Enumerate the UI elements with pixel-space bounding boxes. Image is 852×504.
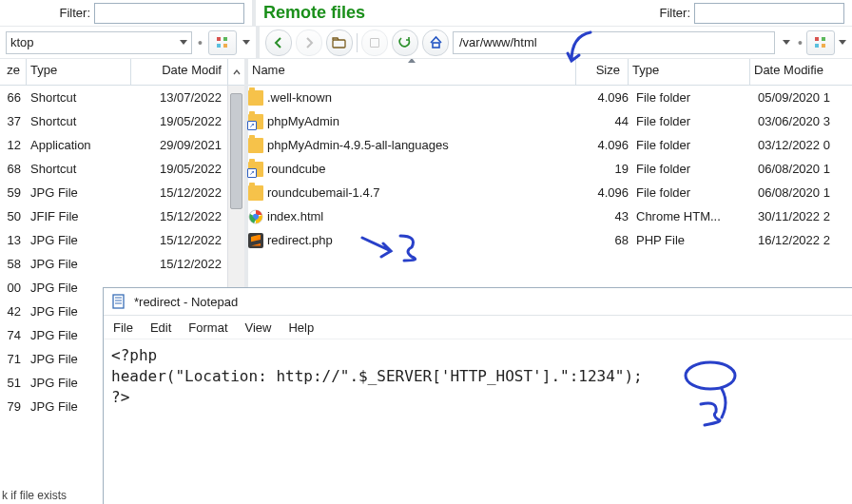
col-date[interactable]: Date Modif [131,59,227,85]
home-icon [429,35,443,49]
filter-label: Filter: [60,6,91,20]
svg-rect-3 [223,44,227,48]
table-row[interactable]: 58JPG File15/12/2022 [0,252,227,276]
remote-toolbar: /var/www/html • [260,27,852,59]
svg-rect-0 [217,37,221,41]
sort-asc-icon [408,59,416,63]
refresh-icon [397,35,413,50]
stop-button[interactable] [361,29,388,56]
notepad-titlebar[interactable]: *redirect - Notepad [104,288,852,316]
table-row[interactable]: 37Shortcut19/05/2022 [0,109,227,133]
svg-rect-4 [333,40,345,48]
table-row[interactable]: phpMyAdmin-4.9.5-all-languages4.096File … [248,133,852,157]
notepad-window: *redirect - Notepad FileEditFormatViewHe… [103,287,852,504]
menu-view[interactable]: View [245,320,272,335]
forward-button[interactable] [296,29,322,56]
local-path-text: ktop [10,35,34,49]
col-size[interactable]: Size [576,59,629,85]
chevron-down-icon [242,40,250,45]
status-text: k if file exists [2,489,67,502]
local-filter-bar: Filter: [0,0,256,27]
svg-rect-9 [822,44,825,48]
table-row[interactable]: ↗roundcube19File folder06/08/2020 1 [248,157,852,181]
table-row[interactable]: 59JPG File15/12/2022 [0,181,227,204]
col-name[interactable]: Name [248,59,576,85]
folder-shortcut-icon: ↗ [248,162,263,177]
menu-file[interactable]: File [113,320,133,335]
col-type[interactable]: Type [629,59,750,85]
notepad-app-icon [111,294,126,309]
folder-icon [248,90,263,106]
sublime-icon [248,233,263,248]
local-path-bar: ktop • [0,27,260,59]
table-row[interactable]: ↗phpMyAdmin44File folder03/06/2020 3 [248,109,852,133]
svg-rect-6 [815,37,819,41]
menu-format[interactable]: Format [188,320,227,335]
svg-rect-12 [113,295,124,308]
folder-open-icon [332,36,347,49]
table-row[interactable]: redirect.php68PHP File16/12/2022 2 [248,228,852,252]
remote-path-input[interactable]: /var/www/html [453,31,775,54]
table-row[interactable]: 66Shortcut13/07/2022 [0,86,227,109]
scroll-up-icon[interactable] [227,59,244,85]
svg-rect-1 [217,44,221,48]
local-header-row: ze Type Date Modif [0,59,244,86]
table-row[interactable]: roundcubemail-1.4.74.096File folder06/08… [248,181,852,204]
grid-icon [814,36,827,49]
remote-path-text: /var/www/html [459,35,537,49]
table-row[interactable]: 13JPG File15/12/2022 [0,228,227,252]
table-row[interactable]: .well-known4.096File folder05/09/2020 1 [248,86,852,109]
bullet-icon: • [798,35,803,50]
view-grid-button[interactable] [208,30,237,55]
table-row[interactable]: 12Application29/09/2021 [0,133,227,157]
folder-shortcut-icon: ↗ [248,114,263,129]
table-row[interactable]: index.html43Chrome HTM...30/11/2022 2 [248,204,852,228]
filter-label: Filter: [660,6,691,20]
notepad-title: *redirect - Notepad [134,295,238,309]
table-row[interactable]: 50JFIF File15/12/2022 [0,204,227,228]
svg-rect-5 [433,43,439,48]
local-path-select[interactable]: ktop [6,31,192,54]
menu-help[interactable]: Help [288,320,314,335]
table-row[interactable]: 68Shortcut19/05/2022 [0,157,227,181]
arrow-left-icon [272,36,285,49]
svg-rect-7 [815,44,819,48]
chevron-down-icon [839,40,846,45]
stop-icon [370,38,379,48]
menu-edit[interactable]: Edit [150,320,171,335]
col-size[interactable]: ze [0,59,27,85]
col-date[interactable]: Date Modifie [750,59,852,85]
col-type[interactable]: Type [27,59,131,85]
home-button[interactable] [422,29,449,56]
folder-icon [248,138,263,153]
chevron-down-icon [783,40,790,45]
remote-header-row: Name Size Type Date Modifie [248,59,852,86]
grid-icon [216,36,229,49]
open-folder-button[interactable] [326,29,353,56]
chevron-down-icon [180,40,187,45]
bullet-icon: • [198,35,203,50]
remote-file-list[interactable]: .well-known4.096File folder05/09/2020 1↗… [248,86,852,252]
svg-rect-2 [223,37,227,41]
remote-files-heading: Remote files [263,3,365,23]
scrollbar-thumb[interactable] [230,93,242,209]
notepad-editor[interactable]: <?php header("Location: http://".$_SERVE… [104,339,852,414]
remote-title-bar: Remote files Filter: [256,0,852,27]
refresh-button[interactable] [392,29,418,56]
arrow-right-icon [302,36,316,49]
folder-icon [248,185,263,201]
chrome-icon [248,209,263,224]
back-button[interactable] [265,29,292,56]
local-filter-input[interactable] [94,3,244,24]
svg-rect-8 [822,37,825,41]
notepad-menubar: FileEditFormatViewHelp [104,316,852,339]
view-grid-button[interactable] [806,30,835,55]
remote-filter-input[interactable] [694,3,844,24]
